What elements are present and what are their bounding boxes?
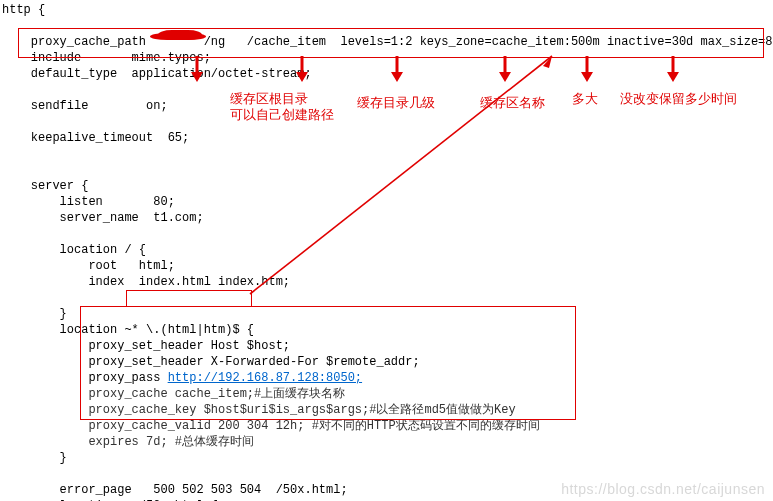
code-line: proxy_cache_key $host$uri$is_args$args;#… bbox=[2, 403, 516, 417]
code-line: keepalive_timeout 65; bbox=[2, 131, 189, 145]
annotation-size: 多大 bbox=[572, 90, 598, 108]
code-line: proxy_pass http://192.168.87.128:8050; bbox=[2, 371, 362, 385]
code-line: listen 80; bbox=[2, 195, 175, 209]
code-line: server { bbox=[2, 179, 88, 193]
code-line: location ~* \.(html|htm)$ { bbox=[2, 323, 254, 337]
code-line: server_name t1.com; bbox=[2, 211, 204, 225]
code-line: include mime.types; bbox=[2, 51, 211, 65]
code-line: default_type application/octet-stream; bbox=[2, 67, 312, 81]
annotation-levels: 缓存目录几级 bbox=[357, 94, 435, 112]
watermark-text: https://blog.csdn.net/caijunsen bbox=[561, 481, 765, 497]
code-line: } bbox=[2, 307, 67, 321]
redaction-scribble bbox=[150, 33, 206, 40]
proxy-pass-link[interactable]: http://192.168.87.128:8050; bbox=[168, 371, 362, 385]
code-line: } bbox=[2, 451, 67, 465]
code-line: http { bbox=[2, 3, 45, 17]
nginx-config-code: http { proxy_cache_path /ng /cache_item … bbox=[2, 2, 773, 501]
annotation-inactive: 没改变保留多少时间 bbox=[620, 90, 737, 108]
code-line: root html; bbox=[2, 259, 175, 273]
annotation-root-dir-2: 可以自己创建路径 bbox=[230, 106, 334, 124]
code-line: expires 7d; #总体缓存时间 bbox=[2, 435, 254, 449]
code-line: proxy_cache cache_item;#上面缓存块名称 bbox=[2, 387, 345, 401]
code-line: proxy_cache_valid 200 304 12h; #对不同的HTTP… bbox=[2, 419, 540, 433]
code-line: error_page 500 502 503 504 /50x.html; bbox=[2, 483, 348, 497]
annotation-zone-name: 缓存区名称 bbox=[480, 94, 545, 112]
code-line: index index.html index.htm; bbox=[2, 275, 290, 289]
code-line: sendfile on; bbox=[2, 99, 168, 113]
code-line: proxy_set_header X-Forwarded-For $remote… bbox=[2, 355, 420, 369]
code-line: location / { bbox=[2, 243, 146, 257]
code-line: proxy_set_header Host $host; bbox=[2, 339, 290, 353]
code-line: proxy_cache_path /ng /cache_item levels=… bbox=[2, 35, 773, 49]
